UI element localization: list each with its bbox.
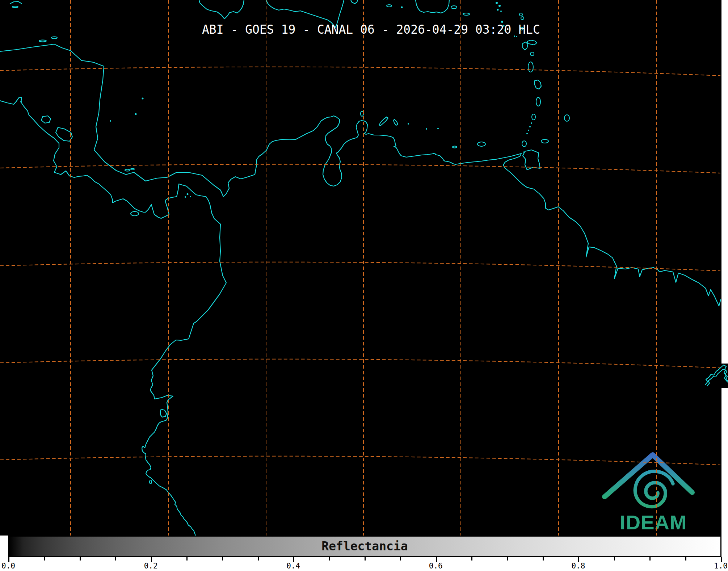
coastline-puerto-rico (416, 0, 449, 13)
st-lucia-island (536, 97, 540, 106)
colorbar-minor-tick (115, 557, 116, 560)
colorbar-tick-label: 1.0 (714, 562, 728, 570)
guadeloupe-east (527, 40, 537, 45)
lake-managua (41, 116, 51, 123)
colorbar-minor-tick (44, 557, 45, 560)
colorbar-tick-label: 0.4 (286, 562, 300, 570)
colorbar-minor-tick (507, 557, 508, 560)
san-andres-island (135, 113, 137, 115)
roatan-island (39, 40, 46, 42)
parallel-gridline (0, 456, 720, 465)
colorbar-minor-tick (365, 557, 366, 560)
colorbar-minor-tick (543, 557, 544, 560)
colorbar-minor-tick (471, 557, 472, 560)
coastline-caribbean-mainland (0, 44, 721, 306)
barbados-island (564, 115, 569, 121)
statia-islet (500, 11, 502, 12)
trinidad (523, 150, 540, 170)
saba-islet (497, 9, 499, 11)
los-roques-3 (408, 123, 409, 125)
saona-island (387, 5, 392, 7)
colorbar-major-tick (578, 557, 579, 562)
fonseca-islet (20, 101, 22, 102)
ideam-logo: IDEAM (605, 455, 692, 534)
dominica-island (528, 62, 533, 72)
grenadines-3 (528, 130, 529, 131)
grenadines-1 (531, 122, 532, 124)
image-title: ABI - GOES 19 - CANAL 06 - 2026-04-29 03… (202, 23, 540, 36)
coastline-layer (0, 0, 721, 536)
colorbar: Reflectancia (8, 536, 721, 557)
colorbar-minor-tick (80, 557, 81, 560)
pearl-island-2 (190, 196, 191, 197)
marie-galante-island (530, 52, 534, 56)
bocas-islet-1 (125, 169, 130, 171)
parallel-gridline (0, 67, 720, 76)
colorbar-minor-tick (649, 557, 651, 560)
logo-swirl-icon (635, 471, 673, 507)
colorbar-tick-label: 0.6 (429, 562, 443, 570)
grenada-island (522, 141, 526, 147)
coastline-hispaniola-east (351, 0, 358, 4)
chacachacare-islet (523, 152, 524, 153)
martinique (535, 80, 541, 89)
coiba-island (131, 211, 139, 216)
lobos-island (150, 480, 152, 484)
coastline-jamaica (199, 0, 244, 19)
corn-island (110, 120, 111, 122)
grenadines-4 (526, 133, 528, 134)
colorbar-tick-label: 0.2 (144, 562, 158, 570)
grenadines-2 (529, 126, 531, 127)
mona-island (401, 7, 403, 8)
lake-nicaragua (56, 127, 72, 141)
tobago-island (541, 139, 548, 143)
colorbar-label: Reflectancia (9, 537, 720, 556)
colorbar-major-tick (151, 557, 152, 562)
st-vincent-island (532, 114, 535, 120)
colorbar-minor-tick (400, 557, 401, 560)
guadeloupe-west (523, 42, 528, 50)
colorbar-major-tick (721, 557, 722, 562)
colorbar-minor-tick (258, 557, 259, 560)
colorbar-minor-tick (685, 557, 686, 560)
belize-cayes (10, 1, 22, 4)
st-croix-island (463, 13, 470, 15)
satellite-product-figure: IDEAM ABI - GOES 19 - CANAL 06 - 2026-04… (0, 0, 728, 571)
colorbar-major-tick (436, 557, 437, 562)
colorbar-major-tick (293, 557, 294, 562)
bonaire (394, 119, 398, 125)
puna-island (160, 409, 167, 417)
st-barth-islet (498, 5, 501, 7)
pearl-island-1 (187, 193, 189, 195)
barbuda-island (519, 13, 522, 16)
colorbar-minor-tick (329, 557, 330, 560)
guanaja-island (51, 37, 57, 39)
la-tortuga-island (453, 146, 457, 148)
parallel-gridline (0, 262, 720, 271)
colorbar-minor-tick (614, 557, 615, 560)
pearl-island-3 (185, 196, 186, 198)
st-martin-islet (496, 2, 498, 4)
colorbar-tick-label: 0.0 (1, 562, 15, 570)
turneffe-caye (12, 6, 18, 8)
colorbar-major-tick (8, 557, 9, 562)
antigua-island (521, 17, 524, 20)
aruba-island (361, 111, 363, 116)
margarita-island (477, 142, 485, 146)
curacao (379, 117, 388, 126)
bocas-islet-2 (131, 168, 134, 170)
coastline-pacific-mainland (0, 97, 226, 536)
parallel-gridline (0, 164, 720, 173)
parallel-gridline (0, 359, 720, 368)
los-roques-1 (426, 128, 427, 130)
colorbar-minor-tick (186, 557, 188, 560)
colorbar-tick-label: 0.8 (571, 562, 585, 570)
logo-mountain-icon (605, 455, 692, 497)
map-vector-layer: IDEAM (0, 0, 728, 571)
providencia-island (142, 98, 144, 100)
colorbar-minor-tick (222, 557, 223, 560)
gridline-layer (0, 0, 720, 536)
los-roques-2 (437, 128, 439, 129)
vieques-island (451, 6, 457, 9)
logo-text: IDEAM (620, 511, 687, 534)
